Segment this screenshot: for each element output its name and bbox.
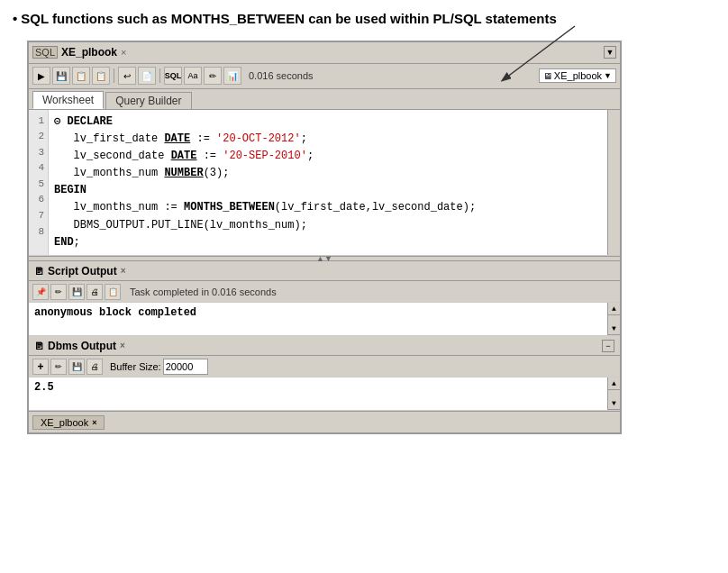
connection-label: XE_plbook xyxy=(554,70,602,81)
bottom-tab-xe[interactable]: XE_plbook × xyxy=(32,415,105,430)
dbms-collapse-button[interactable]: − xyxy=(602,340,614,352)
script-output-panel: 🖹 Script Output × 📌 ✏ 💾 🖨 📋 Task complet… xyxy=(29,261,620,336)
bottom-tab-label: XE_plbook xyxy=(41,417,88,428)
line-num-3: 3 xyxy=(32,145,44,161)
dbms-output-content: 2.5 ▲ ▼ xyxy=(29,377,620,410)
code-line-4: lv_months_num NUMBER(3); xyxy=(54,165,614,182)
script-output-close[interactable]: × xyxy=(121,266,126,276)
code-content[interactable]: ⊝ DECLARE lv_first_date DATE := '20-OCT-… xyxy=(49,110,620,256)
bottom-tab-bar: XE_plbook × xyxy=(29,411,620,432)
script-status: Task completed in 0.016 seconds xyxy=(130,286,277,297)
dbms-edit-btn[interactable]: ✏ xyxy=(50,359,67,375)
code-line-8: END; xyxy=(54,234,614,251)
execution-time: 0.016 seconds xyxy=(249,70,314,81)
buffer-size-input[interactable] xyxy=(163,359,208,375)
main-toolbar: ▶ 💾 📋 📋 ↩ 📄 SQL Aa ✏ 📊 0.016 seconds 🖥 X… xyxy=(29,64,620,89)
tab-worksheet[interactable]: Worksheet xyxy=(32,91,104,109)
tab-query-builder[interactable]: Query Builder xyxy=(105,92,191,109)
dbms-output-text: 2.5 xyxy=(34,381,54,394)
dbms-output-icon: 🖹 xyxy=(34,341,44,351)
line-num-6: 6 xyxy=(32,192,44,208)
dbms-output-scrollbar[interactable]: ▲ ▼ xyxy=(607,377,620,410)
dbms-scroll-down-btn[interactable]: ▼ xyxy=(608,397,620,410)
tab-bar: Worksheet Query Builder xyxy=(29,89,620,110)
dbms-output-toolbar: + ✏ 💾 🖨 Buffer Size: xyxy=(29,356,620,377)
toolbar-btn-5[interactable]: 📊 xyxy=(223,67,241,85)
script-copy-btn[interactable]: 📋 xyxy=(105,284,121,300)
script-output-title-bar: 🖹 Script Output × xyxy=(29,261,620,281)
sep2 xyxy=(159,68,160,83)
connection-dropdown-icon: ▼ xyxy=(604,71,612,80)
title-tab-close[interactable]: × xyxy=(121,47,126,58)
dbms-output-close[interactable]: × xyxy=(120,341,125,350)
bottom-tab-close[interactable]: × xyxy=(92,418,96,427)
line-num-1: 1 xyxy=(32,114,44,130)
code-line-7: DBMS_OUTPUT.PUT_LINE(lv_months_num); xyxy=(54,217,614,234)
toolbar-btn-2[interactable]: 📋 xyxy=(92,67,110,85)
scroll-up-btn[interactable]: ▲ xyxy=(608,303,620,315)
line-numbers: 1 2 3 4 5 6 7 8 xyxy=(29,110,49,256)
code-line-2: lv_first_date DATE := '20-OCT-2012'; xyxy=(54,131,614,148)
line-num-2: 2 xyxy=(32,129,44,145)
scroll-down-btn[interactable]: ▼ xyxy=(608,323,620,335)
annotation-text: SQL functions such as MONTHS_BETWEEN can… xyxy=(9,9,586,30)
window-title: XE_plbook xyxy=(61,46,117,59)
title-icon: SQL xyxy=(32,46,58,59)
dbms-output-title: 🖹 Dbms Output × xyxy=(34,340,125,352)
toolbar-btn-4[interactable]: 📄 xyxy=(138,67,156,85)
code-line-3: lv_second_date DATE := '20-SEP-2010'; xyxy=(54,148,614,165)
line-num-8: 8 xyxy=(32,224,44,241)
script-save-btn[interactable]: 💾 xyxy=(68,284,85,300)
script-output-icon: 🖹 xyxy=(34,266,44,277)
line-num-5: 5 xyxy=(32,177,44,193)
script-output-content: anonymous block completed ▲ ▼ xyxy=(29,303,620,335)
dbms-output-title-bar: 🖹 Dbms Output × − xyxy=(29,336,620,356)
script-print-btn[interactable]: 🖨 xyxy=(86,284,103,300)
minimize-button[interactable]: ▼ xyxy=(604,46,616,59)
editor-scrollbar[interactable] xyxy=(607,110,620,256)
script-output-text: anonymous block completed xyxy=(34,306,196,319)
buffer-size-label: Buffer Size: xyxy=(110,361,161,372)
dbms-save-btn[interactable]: 💾 xyxy=(68,359,85,375)
script-edit-btn[interactable]: ✏ xyxy=(50,284,67,300)
line-num-7: 7 xyxy=(32,208,44,224)
toolbar-btn-1[interactable]: 📋 xyxy=(72,67,90,85)
dbms-output-panel: 🖹 Dbms Output × − + ✏ 💾 🖨 Buffer Size: 2… xyxy=(29,336,620,411)
code-line-5: BEGIN xyxy=(54,182,614,199)
toolbar-btn-edit[interactable]: ✏ xyxy=(204,67,222,85)
code-editor[interactable]: 1 2 3 4 5 6 7 8 ⊝ DECLARE lv_first_date … xyxy=(29,110,620,257)
script-output-toolbar: 📌 ✏ 💾 🖨 📋 Task completed in 0.016 second… xyxy=(29,281,620,303)
code-line-1: ⊝ DECLARE xyxy=(54,114,614,131)
toolbar-btn-aa[interactable]: Aa xyxy=(184,67,202,85)
title-bar: SQL XE_plbook × ▼ xyxy=(29,42,620,64)
save-button[interactable]: 💾 xyxy=(52,67,70,85)
script-output-scrollbar[interactable]: ▲ ▼ xyxy=(607,303,620,335)
dbms-output-label: Dbms Output xyxy=(48,340,116,352)
toolbar-btn-sql[interactable]: SQL xyxy=(164,67,182,85)
run-button[interactable]: ▶ xyxy=(32,67,50,85)
dbms-add-btn[interactable]: + xyxy=(32,359,49,375)
dbms-scroll-up-btn[interactable]: ▲ xyxy=(608,377,620,390)
dbms-print-btn[interactable]: 🖨 xyxy=(86,359,103,375)
script-output-title: 🖹 Script Output × xyxy=(34,265,126,277)
connection-selector[interactable]: 🖥 XE_plbook ▼ xyxy=(539,68,616,83)
pin-button[interactable]: 📌 xyxy=(32,284,49,300)
toolbar-btn-3[interactable]: ↩ xyxy=(118,67,136,85)
script-output-label: Script Output xyxy=(48,265,117,277)
line-num-4: 4 xyxy=(32,160,44,177)
code-line-6: lv_months_num := MONTHS_BETWEEN(lv_first… xyxy=(54,199,614,216)
ide-window: SQL XE_plbook × ▼ ▶ 💾 📋 📋 ↩ 📄 SQL Aa ✏ 📊… xyxy=(27,41,622,435)
sep1 xyxy=(114,68,114,83)
